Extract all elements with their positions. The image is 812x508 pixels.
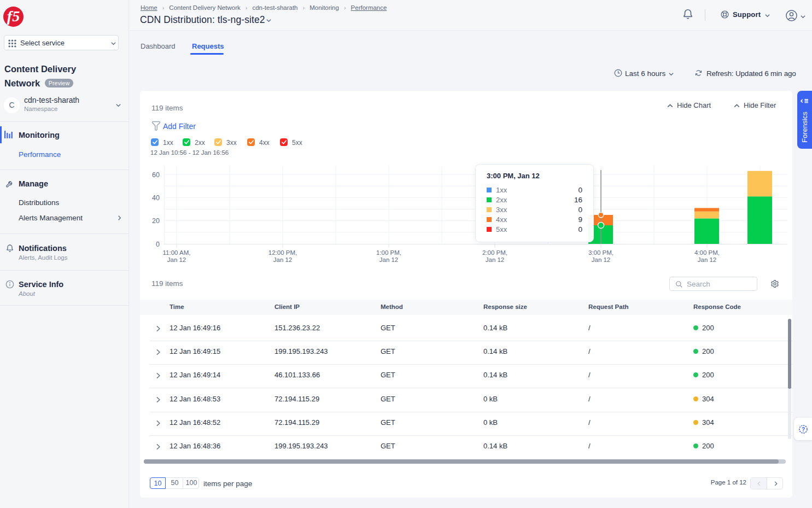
- svg-text:Jan 12: Jan 12: [167, 256, 186, 263]
- svg-text:60: 60: [152, 171, 160, 179]
- svg-text:40: 40: [152, 194, 160, 202]
- svg-text:Jan 12: Jan 12: [273, 256, 293, 263]
- svg-text:Jan 12: Jan 12: [592, 256, 611, 263]
- svg-text:1:00 PM,: 1:00 PM,: [376, 249, 401, 256]
- svg-text:12:00 PM,: 12:00 PM,: [268, 249, 297, 256]
- svg-text:0: 0: [156, 241, 160, 248]
- svg-text:?: ?: [802, 427, 805, 433]
- svg-text:3:00 PM,: 3:00 PM,: [588, 249, 614, 256]
- svg-text:Jan 12: Jan 12: [379, 256, 399, 263]
- svg-text:11:00 AM,: 11:00 AM,: [163, 249, 191, 256]
- svg-text:Jan 12: Jan 12: [698, 256, 717, 263]
- svg-text:20: 20: [152, 217, 160, 225]
- svg-text:4:00 PM,: 4:00 PM,: [694, 249, 720, 256]
- svg-text:2:00 PM,: 2:00 PM,: [482, 249, 507, 256]
- svg-text:Jan 12: Jan 12: [486, 256, 505, 263]
